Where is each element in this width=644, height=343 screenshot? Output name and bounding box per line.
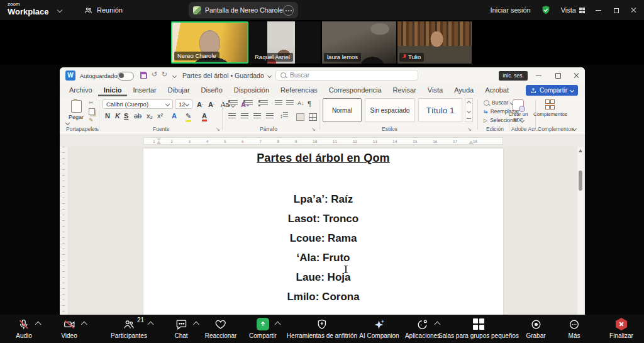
scrollbar-thumb[interactable]	[579, 171, 582, 191]
ai-companion-button[interactable]: AI Companion	[359, 318, 399, 339]
tab-acrobat[interactable]: Acrobat	[479, 85, 514, 96]
indent-marker-right[interactable]	[469, 140, 474, 144]
word-sign-in-button[interactable]: Inic. ses.	[499, 71, 528, 81]
tab-correspondencia[interactable]: Correspondencia	[323, 85, 387, 96]
word-close-button[interactable]	[573, 72, 580, 79]
shrink-font-button[interactable]: Aˇ	[208, 101, 214, 108]
styles-dialog-launcher-icon[interactable]: ↘	[467, 127, 472, 132]
logo-chevron-down-icon[interactable]	[57, 8, 62, 13]
word-share-button[interactable]: Compartir	[526, 85, 578, 96]
screen-share-pill[interactable]: Pantalla de Nereo Charole	[189, 2, 298, 18]
text-effects-button[interactable]: A	[172, 112, 177, 120]
word-minimize-button[interactable]	[535, 72, 543, 79]
find-button[interactable]: Buscar	[484, 99, 514, 106]
font-name-select[interactable]: Calibri (Cuerpo)	[103, 99, 173, 109]
increase-indent-icon[interactable]	[286, 100, 294, 106]
format-painter-icon[interactable]: ✎	[89, 118, 95, 123]
tab-ayuda[interactable]: Ayuda	[448, 85, 479, 96]
tab-diseno[interactable]: Diseño	[196, 85, 228, 96]
highlight-color-button[interactable]: ✎	[186, 112, 191, 122]
participants-button[interactable]: 21 Participantes	[111, 318, 147, 339]
create-pdf-icon[interactable]	[513, 99, 524, 111]
tab-revisar[interactable]: Revisar	[387, 85, 422, 96]
underline-button[interactable]: S	[124, 112, 128, 120]
align-left-icon[interactable]	[228, 113, 236, 120]
word-restore-button[interactable]	[554, 72, 562, 79]
superscript-button[interactable]: x²	[157, 112, 163, 120]
style-normal[interactable]: Normal	[323, 98, 362, 122]
styles-gallery-scroll[interactable]	[465, 98, 473, 122]
justify-icon[interactable]	[266, 113, 274, 120]
share-screen-button[interactable]: Compartir	[249, 318, 277, 339]
italic-button[interactable]: K	[115, 112, 120, 120]
view-button[interactable]: Vista	[561, 6, 585, 14]
subscript-button[interactable]: x₂	[147, 112, 153, 120]
align-right-icon[interactable]	[253, 113, 261, 120]
save-icon[interactable]	[140, 72, 147, 79]
cut-icon[interactable]: ✂	[89, 100, 95, 106]
host-tools-button[interactable]: Herramientas de anfitrión	[287, 318, 357, 339]
tab-referencias[interactable]: Referencias	[275, 85, 323, 96]
document-page[interactable]: Partes del árbol en Qom Lpa’a’: Raíz Las…	[143, 149, 503, 315]
video-tile-tulio[interactable]: Tulio	[397, 21, 472, 64]
video-tile-raquel[interactable]: Raquel Asriel	[250, 21, 321, 64]
end-meeting-button[interactable]: Finalizar	[609, 318, 633, 339]
numbered-list-icon[interactable]	[243, 100, 253, 106]
shading-icon[interactable]	[296, 113, 304, 121]
tab-dibujar[interactable]: Dibujar	[162, 85, 196, 96]
clipboard-dialog-launcher-icon[interactable]: ↘	[95, 127, 99, 132]
quick-access-chevron-icon[interactable]	[172, 74, 177, 78]
tab-meeting[interactable]: Reunión	[79, 0, 128, 20]
paragraph-dialog-launcher-icon[interactable]: ↘	[311, 127, 316, 132]
strikethrough-button[interactable]: ab	[134, 112, 142, 120]
security-shield-icon[interactable]	[541, 5, 551, 15]
audio-button[interactable]: Audio	[16, 318, 32, 339]
undo-icon[interactable]: ↺	[152, 70, 157, 79]
style-sin-espaciado[interactable]: Sin espaciado	[365, 98, 415, 122]
window-restore-button[interactable]	[613, 6, 620, 14]
breakout-rooms-button[interactable]: Salas para grupos pequeños	[438, 318, 519, 339]
pilcrow-icon[interactable]: ¶	[308, 100, 311, 108]
more-button[interactable]: Más	[568, 318, 580, 339]
redo-icon[interactable]: ↻	[162, 70, 167, 79]
grow-font-button[interactable]: Aˆ	[197, 101, 203, 108]
font-size-select[interactable]: 12	[175, 99, 192, 109]
autosave-toggle[interactable]	[118, 72, 134, 81]
bullet-list-icon[interactable]	[228, 100, 238, 106]
video-tile-nereo[interactable]: Nereo Charole	[171, 21, 248, 64]
scroll-up-arrow-icon[interactable]	[579, 149, 582, 152]
video-chevron-icon[interactable]	[81, 322, 87, 328]
vertical-scrollbar[interactable]	[577, 147, 584, 315]
addins-label[interactable]: Complementos	[530, 111, 570, 117]
react-button[interactable]: Reaccionar	[205, 318, 237, 339]
tab-insertar[interactable]: Insertar	[127, 85, 162, 96]
word-search-box[interactable]: Buscar	[275, 70, 418, 81]
create-pdf-label[interactable]: Crear un PDF	[504, 111, 533, 123]
tab-disposicion[interactable]: Disposición	[228, 85, 275, 96]
style-titulo-1[interactable]: Título 1	[418, 98, 462, 122]
font-color-button[interactable]: A	[202, 112, 207, 121]
sort-icon[interactable]: A↓	[297, 100, 304, 106]
paste-button[interactable]: Pegar	[66, 99, 86, 125]
tab-archivo[interactable]: Archivo	[64, 85, 98, 96]
align-center-icon[interactable]	[241, 113, 248, 120]
bold-button[interactable]: N	[105, 112, 110, 120]
apps-button[interactable]: Aplicaciones	[405, 318, 440, 339]
multilevel-list-icon[interactable]	[258, 100, 268, 106]
borders-icon[interactable]	[309, 113, 317, 121]
video-tile-laura[interactable]: laura lemos	[322, 21, 396, 64]
copy-icon[interactable]	[89, 108, 95, 115]
audio-chevron-icon[interactable]	[35, 322, 42, 328]
video-button[interactable]: Video	[61, 318, 77, 339]
document-title[interactable]: Partes del árbol • Guardado	[182, 72, 271, 79]
record-button[interactable]: Grabar	[526, 318, 545, 339]
window-close-button[interactable]	[630, 6, 638, 14]
addins-icon[interactable]	[545, 99, 555, 110]
chat-button[interactable]: Chat	[174, 318, 187, 339]
decrease-indent-icon[interactable]	[275, 100, 282, 106]
share-chevron-icon[interactable]	[275, 322, 281, 328]
share-options-ellipsis-button[interactable]	[283, 5, 294, 16]
tab-vista[interactable]: Vista	[422, 85, 448, 96]
chat-chevron-icon[interactable]	[193, 322, 199, 328]
participants-chevron-icon[interactable]	[148, 322, 154, 328]
